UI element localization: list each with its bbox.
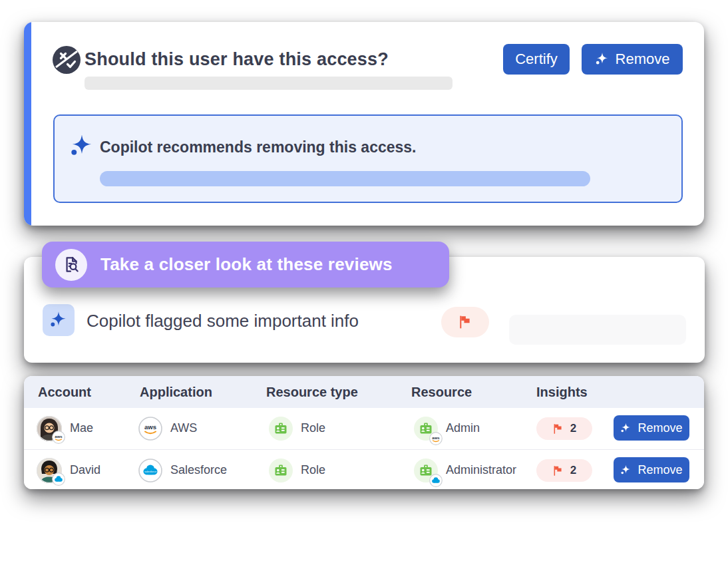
svg-text:aws: aws: [432, 435, 440, 439]
flagged-placeholder-bar: [509, 315, 686, 345]
insights-badge: 2: [536, 417, 592, 440]
column-header-account: Account: [38, 376, 91, 408]
account-cell: aws Mae: [37, 408, 93, 449]
application-cell: salesforce Salesforce: [138, 450, 227, 489]
resource-type-name: Role: [301, 463, 325, 477]
copilot-sparkle-icon: [69, 134, 94, 159]
table-row: David salesforce Salesforce: [24, 449, 704, 489]
svg-text:salesforce: salesforce: [144, 469, 157, 473]
row-remove-label: Remove: [637, 421, 682, 435]
resource-type-cell: Role: [269, 408, 325, 449]
text-placeholder-bar: [85, 77, 453, 90]
aws-mini-badge-icon: aws: [429, 432, 443, 445]
sparkle-icon: [595, 52, 610, 67]
row-remove-button[interactable]: Remove: [614, 415, 689, 441]
account-name: Mae: [70, 421, 93, 435]
row-remove-button[interactable]: Remove: [614, 457, 689, 482]
application-cell: aws AWS: [138, 408, 197, 449]
resource-cell: aws Admin: [414, 408, 480, 449]
insight-count: 2: [570, 464, 576, 477]
salesforce-logo-icon: salesforce: [138, 459, 162, 482]
table-header-row: Account Application Resource type Resour…: [24, 376, 704, 408]
role-icon: [269, 417, 293, 441]
role-icon: [414, 459, 438, 482]
flag-icon: [458, 315, 472, 329]
aws-logo-icon: aws: [138, 417, 162, 441]
copilot-recommendation-text: Copilot recommends removing this access.: [100, 138, 416, 156]
review-question-title: Should this user have this access?: [85, 49, 389, 70]
callout-label: Take a closer look at these reviews: [100, 254, 393, 275]
flag-icon: [552, 465, 564, 476]
account-cell: David: [37, 450, 100, 489]
avatar: [37, 458, 62, 483]
salesforce-mini-badge-icon: [429, 474, 443, 487]
application-name: Salesforce: [170, 463, 227, 477]
blue-accent-bar: [24, 22, 31, 226]
column-header-resource-type: Resource type: [266, 376, 358, 408]
copilot-recommendation-panel: Copilot recommends removing this access.: [53, 114, 683, 203]
insight-count: 2: [570, 422, 576, 435]
insights-badge: 2: [536, 459, 592, 482]
role-icon: aws: [414, 417, 438, 441]
role-icon: [269, 459, 293, 482]
copilot-placeholder-bar: [100, 171, 590, 186]
account-name: David: [70, 463, 100, 477]
column-header-application: Application: [140, 376, 212, 408]
remove-button[interactable]: Remove: [582, 44, 683, 75]
svg-text:aws: aws: [144, 423, 156, 430]
column-header-resource: Resource: [411, 376, 472, 408]
sparkle-icon: [620, 465, 632, 476]
certify-button[interactable]: Certify: [503, 44, 570, 75]
sparkle-icon: [620, 423, 632, 434]
resource-name: Admin: [446, 421, 480, 435]
resource-type-name: Role: [301, 421, 325, 435]
svg-text:aws: aws: [55, 434, 63, 438]
certify-revoke-icon: [52, 45, 81, 75]
closer-look-callout: Take a closer look at these reviews: [42, 242, 449, 287]
copilot-chip-sparkle-icon: [43, 304, 75, 336]
avatar: aws: [37, 416, 62, 441]
table-row: aws Mae aws AWS: [24, 408, 704, 449]
salesforce-mini-badge-icon: [52, 473, 65, 486]
resource-name: Administrator: [446, 463, 516, 477]
resource-cell: Administrator: [414, 450, 516, 489]
row-remove-label: Remove: [637, 463, 682, 477]
flagged-message: Copilot flagged some important info: [87, 311, 359, 331]
flag-badge: [441, 307, 489, 337]
remove-button-label: Remove: [616, 51, 670, 68]
flag-icon: [552, 423, 564, 435]
document-search-icon: [55, 249, 87, 281]
reviews-table: Account Application Resource type Resour…: [24, 376, 704, 489]
column-header-insights: Insights: [536, 376, 588, 408]
resource-type-cell: Role: [269, 450, 325, 489]
certify-button-label: Certify: [515, 51, 558, 68]
aws-mini-badge-icon: aws: [52, 431, 65, 444]
access-review-card: Should this user have this access? Certi…: [24, 22, 704, 226]
application-name: AWS: [170, 421, 197, 435]
